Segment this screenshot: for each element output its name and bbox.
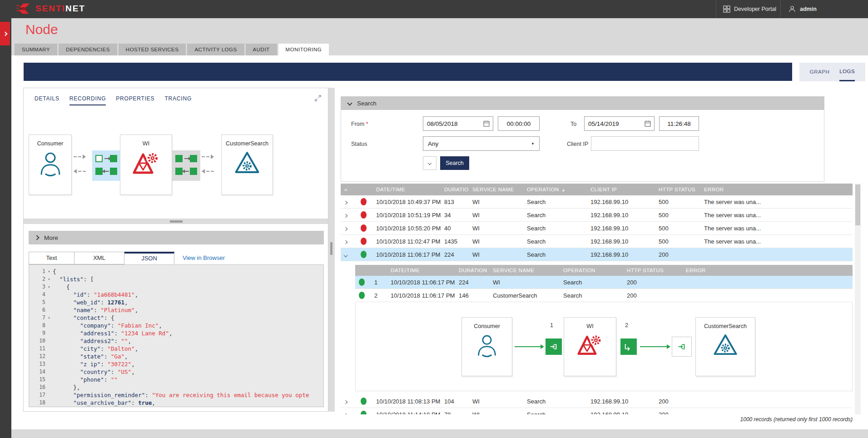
node-customersearch-service[interactable]: CustomerSearch (221, 134, 273, 195)
collapse-all-button[interactable]: « (341, 187, 357, 192)
toggle-logs[interactable]: LOGS (839, 63, 855, 81)
cell-http-status: 500 (655, 225, 700, 232)
topbar-divider (780, 0, 781, 18)
fold-marker-icon[interactable]: ▾ (45, 283, 53, 291)
column-header-client-ip[interactable]: CLIENT IP (587, 187, 655, 192)
message-hop-icon[interactable] (546, 338, 562, 355)
fold-marker-icon (45, 399, 53, 407)
main-tab-hosted-services[interactable]: HOSTED SERVICES (119, 44, 186, 55)
developer-portal-link[interactable]: Developer Portal (723, 0, 776, 18)
expand-panel-button[interactable] (314, 95, 322, 102)
code-line: 13 "z ip": "30722", (29, 360, 323, 368)
message-hop-icon[interactable] (620, 338, 637, 355)
cell-service-name: WI (469, 212, 523, 219)
column-header-duration[interactable]: DURATION (441, 187, 469, 192)
more-section-header[interactable]: More (29, 231, 324, 244)
code-text: "use_archive_bar": true, (53, 399, 155, 407)
row-expander[interactable] (341, 411, 357, 415)
status-success-dot (361, 251, 367, 258)
line-number: 19 (29, 407, 45, 407)
vertical-splitter[interactable] (328, 88, 335, 412)
log-row[interactable]: 10/10/2018 10:55:20 PM40WISearch192.168.… (341, 222, 853, 235)
main-tab-monitoring[interactable]: MONITORING (278, 44, 329, 55)
log-row[interactable]: 10/10/2018 10:49:37 PM813WISearch192.168… (341, 195, 853, 209)
row-expander[interactable] (341, 238, 357, 245)
message-exchange[interactable] (172, 150, 200, 181)
sidebar-expand-button[interactable] (0, 22, 10, 45)
log-row[interactable]: 10/10/2018 11:14:10 PM78WISearch192.168.… (341, 408, 853, 414)
fold-marker-icon[interactable]: ▾ (45, 275, 53, 283)
row-expander[interactable] (341, 398, 357, 405)
node-consumer[interactable]: Consumer (29, 134, 72, 195)
row-expander[interactable] (341, 251, 357, 258)
log-row[interactable]: 10/10/2018 11:02:47 PM1435WISearch192.16… (341, 235, 853, 248)
panel-tab-tracing[interactable]: TRACING (164, 95, 192, 105)
horizontal-splitter[interactable] (24, 219, 328, 224)
sub-log-row[interactable]: 110/10/2018 11:06:17 PM224WISearch200 (355, 276, 853, 289)
node-wi-service[interactable]: WI (564, 317, 616, 376)
message-endpoint-icon[interactable] (672, 337, 692, 357)
log-row[interactable]: 10/10/2018 10:51:19 PM34WISearch192.168.… (341, 209, 853, 222)
code-tab-text[interactable]: Text (29, 252, 74, 264)
cell-http-status: 500 (655, 238, 700, 245)
cell-service-name: WI (469, 251, 523, 258)
arrow-left-icon (184, 171, 189, 172)
column-header-error[interactable]: ERROR (700, 187, 853, 192)
fold-marker-icon (45, 368, 53, 376)
node-wi-service[interactable]: WI (120, 134, 172, 195)
arrow-right-icon (104, 158, 109, 159)
row-expander[interactable] (341, 199, 357, 205)
view-in-browser-link[interactable]: View in Browser (183, 254, 225, 261)
to-time-input[interactable] (659, 116, 699, 131)
row-expander[interactable] (341, 225, 357, 232)
search-button[interactable]: Search (440, 156, 469, 170)
user-menu[interactable]: admin (788, 0, 817, 18)
message-icon (190, 155, 197, 162)
node-customersearch-service[interactable]: CustomerSearch (695, 317, 755, 376)
fold-marker-icon[interactable]: ▾ (45, 268, 53, 275)
main-tab-dependencies[interactable]: DEPENDENCIES (59, 44, 117, 55)
search-options-button[interactable] (423, 156, 436, 170)
panel-tab-details[interactable]: DETAILS (35, 95, 60, 105)
log-row[interactable]: 10/10/2018 11:06:17 PM224WISearch192.168… (341, 248, 853, 261)
from-date-input[interactable] (423, 116, 493, 131)
message-exchange-selected[interactable] (92, 150, 120, 181)
grid-scrollbar[interactable] (855, 184, 861, 414)
code-tab-json[interactable]: JSON (124, 252, 174, 264)
cell-error: The server was una... (700, 199, 853, 205)
code-text: "city": "Dalton", (53, 345, 138, 353)
search-section-header[interactable]: Search (341, 96, 824, 110)
main-tab-audit[interactable]: AUDIT (246, 44, 277, 55)
cell-operation: Search (523, 411, 587, 415)
to-date-input[interactable] (584, 116, 655, 131)
panel-tab-properties[interactable]: PROPERTIES (116, 95, 154, 105)
json-payload-viewer[interactable]: 1▾{2▾ "lists": [3▾ {4 "id": "1a668b4481"… (29, 264, 324, 407)
code-tab-xml[interactable]: XML (74, 252, 124, 264)
sub-log-row[interactable]: 210/10/2018 11:06:17 PM146CustomerSearch… (355, 289, 853, 302)
entity-tabs: SUMMARYDEPENDENCIESHOSTED SERVICESACTIVI… (15, 44, 329, 55)
line-number: 9 (29, 329, 45, 337)
column-header-service-name[interactable]: SERVICE NAME (469, 187, 523, 192)
column-header-date-time[interactable]: DATE/TIME (372, 187, 441, 192)
node-consumer[interactable]: Consumer (461, 317, 512, 376)
fold-marker-icon (45, 360, 53, 368)
client-ip-input[interactable] (591, 136, 699, 151)
from-time-input[interactable] (498, 116, 540, 131)
scrollbar-thumb[interactable] (855, 184, 860, 225)
toggle-graph[interactable]: GRAPH (810, 63, 829, 81)
panel-tab-recording[interactable]: RECORDING (69, 95, 106, 105)
line-number: 1 (29, 268, 45, 275)
main-tab-activity-logs[interactable]: ACTIVITY LOGS (187, 44, 244, 55)
column-header-operation[interactable]: OPERATION▲ (523, 187, 587, 192)
code-text: { (53, 268, 56, 275)
cell-error: The server was una... (700, 212, 853, 219)
column-header-http-status[interactable]: HTTP STATUS (655, 187, 700, 192)
status-select[interactable]: Any ▼ (423, 136, 540, 151)
brand[interactable]: SENTINET (16, 2, 85, 15)
row-expander[interactable] (341, 212, 357, 219)
log-row[interactable]: 10/10/2018 11:08:13 PM104WISearch192.168… (341, 395, 853, 408)
code-text: "contact": { (53, 314, 114, 322)
fold-marker-icon[interactable]: ▾ (45, 314, 53, 322)
monitoring-toolbar (24, 63, 792, 81)
main-tab-summary[interactable]: SUMMARY (15, 44, 57, 55)
